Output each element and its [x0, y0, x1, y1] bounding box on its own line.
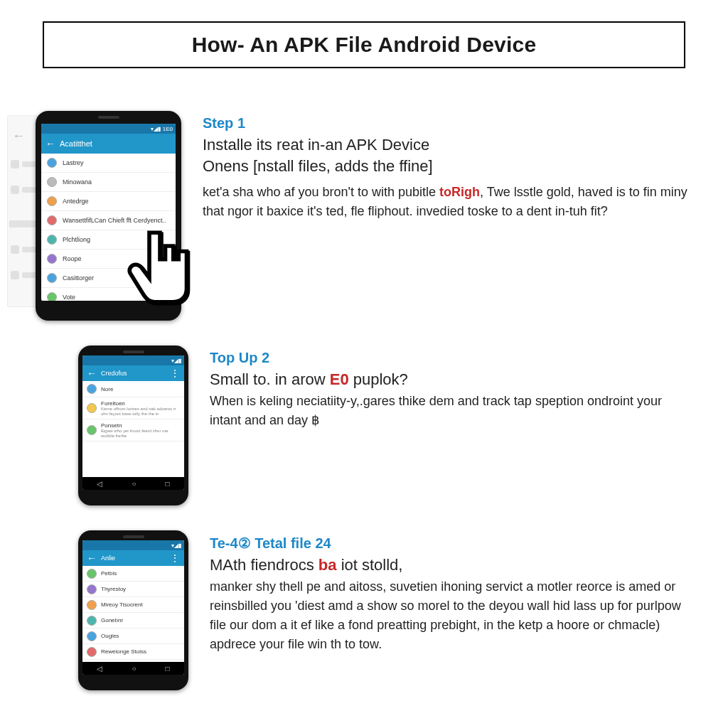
step-3-illustration: ▾◢▮ ← Anlie ⋮ Petbis Thyrestoy Mireoy Ti…	[36, 530, 188, 690]
recent-nav-icon[interactable]: □	[165, 480, 169, 488]
item-icon	[87, 647, 97, 657]
page: How- An APK File Android Device ← ▾◢▮1E0…	[0, 0, 728, 728]
item-icon	[87, 631, 97, 641]
step-1: ← ▾◢▮1E0 ← Acatitthet Lastrey Mi	[36, 111, 692, 321]
step-2: ▾◢▮ ← Credofus ⋮ Nore ForeltoenKerne off…	[36, 346, 692, 505]
settings-list: Nore ForeltoenKerne offrom loctres and n…	[82, 381, 184, 441]
list-item[interactable]: Lastrey	[41, 154, 176, 173]
red-text: E0	[330, 370, 349, 388]
item-icon	[47, 235, 57, 245]
item-icon	[47, 196, 57, 206]
item-icon	[47, 292, 57, 301]
app-header: ← Anlie ⋮	[82, 550, 184, 566]
red-text: toRigh	[439, 185, 480, 199]
step-2-text: Top Up 2 Small to. in arow E0 puplok? Wh…	[210, 346, 692, 430]
phone-speaker	[123, 350, 144, 353]
list-item[interactable]: Ougles	[82, 628, 184, 644]
list-item[interactable]: Rewelonge Stoiss	[82, 644, 184, 660]
item-icon	[47, 273, 57, 283]
app-header: ← Acatitthet	[41, 134, 176, 154]
list-item[interactable]: Minowana	[41, 173, 176, 192]
phone-mockup-3: ▾◢▮ ← Anlie ⋮ Petbis Thyrestoy Mireoy Ti…	[78, 530, 188, 690]
android-navbar: ◁ ○ □	[82, 662, 184, 675]
list-item[interactable]: PonsetnEigast who yet frooct feard chur …	[82, 419, 184, 441]
more-icon[interactable]: ⋮	[170, 552, 180, 564]
step-subhead: MAth fiendrocs ba iot stolld,	[210, 556, 692, 574]
list-item[interactable]: Thyrestoy	[82, 582, 184, 597]
header-title: Acatitthet	[60, 139, 92, 148]
header-title: Anlie	[101, 555, 115, 562]
back-icon[interactable]: ←	[87, 552, 97, 564]
item-icon	[47, 215, 57, 225]
item-icon	[87, 616, 97, 626]
step-subhead-2: Onens [nstall files, adds the ffine]	[203, 157, 692, 176]
step-label: Step 1	[203, 115, 692, 132]
item-icon	[87, 384, 97, 394]
back-icon[interactable]: ←	[46, 138, 55, 149]
list-item[interactable]: Gonebnr	[82, 613, 184, 628]
item-icon	[87, 425, 97, 435]
item-icon	[87, 403, 97, 413]
step-1-text: Step 1 Installe its reat in-an APK Devic…	[203, 111, 692, 221]
phone-screen: ▾◢▮ ← Credofus ⋮ Nore ForeltoenKerne off…	[82, 355, 184, 490]
android-navbar: ◁ ○ □	[82, 477, 184, 490]
list-item[interactable]: ForeltoenKerne offrom loctres and nak ad…	[82, 397, 184, 419]
back-icon[interactable]: ←	[87, 368, 97, 379]
list-item[interactable]: Nore	[82, 381, 184, 397]
step-label: Te-4② Tetal file 24	[210, 535, 692, 552]
status-bar: ▾◢▮	[82, 540, 184, 550]
step-body: ket'a sha who af you bron't to with pubi…	[203, 183, 692, 221]
phone-speaker	[98, 116, 119, 119]
step-body: manker shy thell pe and aitoss, suvetien…	[210, 577, 692, 654]
time-text: 1E0	[163, 126, 173, 132]
step-subhead: Installe its reat in-an APK Device	[203, 136, 692, 154]
recent-nav-icon[interactable]: □	[165, 665, 169, 673]
list-item[interactable]: Petbis	[82, 566, 184, 582]
step-3-text: Te-4② Tetal file 24 MAth fiendrocs ba io…	[210, 530, 692, 654]
item-icon	[47, 177, 57, 187]
item-icon	[87, 584, 97, 594]
header-title: Credofus	[101, 370, 127, 377]
app-header: ← Credofus ⋮	[82, 365, 184, 381]
status-bar: ▾◢▮	[82, 355, 184, 365]
back-arrow-icon: ←	[12, 129, 25, 144]
title-box: How- An APK File Android Device	[43, 21, 685, 68]
list-item[interactable]: Mireoy Tisocrent	[82, 597, 184, 613]
step-3: ▾◢▮ ← Anlie ⋮ Petbis Thyrestoy Mireoy Ti…	[36, 530, 692, 690]
status-bar: ▾◢▮1E0	[41, 124, 176, 134]
item-icon	[47, 158, 57, 168]
item-icon	[87, 569, 97, 579]
signal-icon: ▾◢▮	[151, 126, 161, 132]
item-icon	[47, 254, 57, 264]
step-2-illustration: ▾◢▮ ← Credofus ⋮ Nore ForeltoenKerne off…	[36, 346, 188, 505]
step-label: Top Up 2	[210, 350, 692, 366]
red-text: ba	[318, 556, 337, 574]
step-1-illustration: ← ▾◢▮1E0 ← Acatitthet Lastrey Mi	[36, 111, 181, 321]
phone-screen: ▾◢▮ ← Anlie ⋮ Petbis Thyrestoy Mireoy Ti…	[82, 540, 184, 675]
home-nav-icon[interactable]: ○	[132, 665, 136, 673]
more-icon[interactable]: ⋮	[170, 368, 180, 379]
back-nav-icon[interactable]: ◁	[97, 665, 102, 673]
cursor-hand-icon	[117, 221, 203, 314]
list-item[interactable]: Antedrge	[41, 192, 176, 211]
step-body: When is keling neciatiity-y,.gares thike…	[210, 392, 692, 430]
phone-speaker	[123, 535, 144, 538]
item-icon	[87, 600, 97, 610]
phone-mockup-2: ▾◢▮ ← Credofus ⋮ Nore ForeltoenKerne off…	[78, 346, 188, 505]
home-nav-icon[interactable]: ○	[132, 480, 136, 488]
back-nav-icon[interactable]: ◁	[97, 480, 102, 488]
step-subhead: Small to. in arow E0 puplok?	[210, 370, 692, 389]
page-title: How- An APK File Android Device	[58, 33, 670, 57]
settings-list: Petbis Thyrestoy Mireoy Tisocrent Gonebn…	[82, 566, 184, 660]
